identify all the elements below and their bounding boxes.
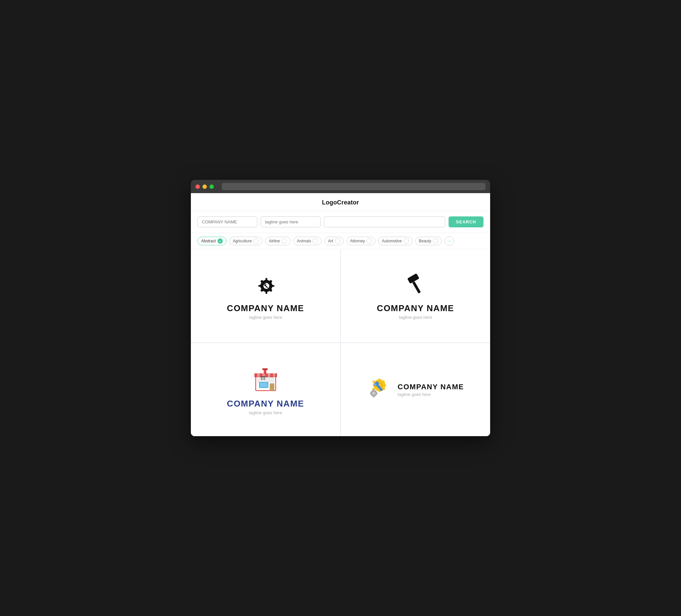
filter-attorney-label: Attorney xyxy=(350,239,365,243)
svg-rect-4 xyxy=(412,281,421,293)
logo-grid: COMPANY NAME tagline goes here COMPA xyxy=(191,249,490,436)
svg-point-2 xyxy=(264,284,266,285)
logo-4-company-name: COMPANY NAME xyxy=(398,383,464,391)
app-title: LogoCreator xyxy=(322,199,359,206)
svg-rect-40 xyxy=(370,392,372,394)
filter-art[interactable]: Art xyxy=(324,237,344,245)
svg-rect-25 xyxy=(378,379,380,381)
gear-wrench-icon xyxy=(252,272,279,299)
filter-beauty-label: Beauty xyxy=(419,239,431,243)
svg-rect-20 xyxy=(264,369,266,374)
keyword-input[interactable] xyxy=(324,216,445,227)
logo-card-4[interactable]: COMPANY NAME tagline goes here xyxy=(341,343,490,436)
logo-2-tagline: tagline goes here xyxy=(399,315,432,320)
svg-rect-38 xyxy=(373,389,375,391)
logo-1-icon xyxy=(252,272,279,299)
logo-2-company-name: COMPANY NAME xyxy=(377,303,454,313)
logo-3-icon xyxy=(252,364,279,394)
filter-abstract[interactable]: Abstract ✓ xyxy=(198,237,226,245)
filter-abstract-label: Abstract xyxy=(201,239,216,243)
close-button[interactable] xyxy=(196,184,200,189)
shop-icon xyxy=(252,364,279,394)
svg-rect-21 xyxy=(262,368,268,370)
filter-airline-label: Airline xyxy=(269,239,280,243)
address-bar[interactable] xyxy=(222,183,485,190)
maximize-button[interactable] xyxy=(209,184,214,189)
svg-rect-27 xyxy=(384,384,386,386)
logo-4-text: COMPANY NAME tagline goes here xyxy=(398,383,464,397)
filter-art-check xyxy=(335,238,340,244)
filter-art-label: Art xyxy=(328,239,333,243)
minimize-button[interactable] xyxy=(202,184,207,189)
logo-1-company-name: COMPANY NAME xyxy=(227,303,304,313)
logo-3-tagline: tagline goes here xyxy=(249,410,282,415)
tagline-input[interactable] xyxy=(261,216,321,227)
filter-beauty[interactable]: Beauty xyxy=(415,237,442,245)
color-gear-wrench-icon xyxy=(367,374,394,401)
filter-agriculture-check xyxy=(253,238,259,244)
filter-next-button[interactable]: → xyxy=(445,236,454,246)
search-button[interactable]: SEARCH xyxy=(449,216,483,227)
hammer-icon xyxy=(402,272,429,299)
filter-abstract-check: ✓ xyxy=(218,238,223,244)
app-content: LogoCreator SEARCH Abstract ✓ Agricultur… xyxy=(191,193,490,436)
logo-4-icon xyxy=(367,374,394,401)
logo-card-2[interactable]: COMPANY NAME tagline goes here xyxy=(341,249,490,342)
browser-window: LogoCreator SEARCH Abstract ✓ Agricultur… xyxy=(191,180,490,436)
filter-agriculture-label: Agriculture xyxy=(233,239,252,243)
svg-rect-39 xyxy=(373,395,375,397)
filter-automotive-check xyxy=(404,238,409,244)
filter-animals-check xyxy=(312,238,318,244)
logo-card-1[interactable]: COMPANY NAME tagline goes here xyxy=(191,249,340,342)
filter-attorney[interactable]: Attorney xyxy=(347,237,376,245)
filter-airline[interactable]: Airline xyxy=(265,237,290,245)
svg-point-37 xyxy=(372,392,375,395)
svg-point-19 xyxy=(271,387,272,388)
filter-automotive[interactable]: Automotive xyxy=(378,237,412,245)
logo-4-inline: COMPANY NAME tagline goes here xyxy=(367,374,464,405)
filter-automotive-label: Automotive xyxy=(382,239,402,243)
search-row: SEARCH xyxy=(191,211,490,233)
filter-animals-label: Animals xyxy=(297,239,311,243)
company-name-input[interactable] xyxy=(198,216,257,227)
svg-rect-41 xyxy=(376,392,377,394)
filter-animals[interactable]: Animals xyxy=(293,237,322,245)
filter-beauty-check xyxy=(433,238,438,244)
filter-row: Abstract ✓ Agriculture Airline Animals A… xyxy=(191,233,490,249)
logo-2-icon xyxy=(402,272,429,299)
svg-rect-11 xyxy=(257,376,274,383)
logo-4-tagline: tagline goes here xyxy=(398,392,464,397)
browser-titlebar xyxy=(191,180,490,193)
filter-attorney-check xyxy=(367,238,372,244)
svg-rect-17 xyxy=(260,383,268,387)
filter-agriculture[interactable]: Agriculture xyxy=(229,237,262,245)
logo-3-company-name: COMPANY NAME xyxy=(227,399,304,409)
app-header: LogoCreator xyxy=(191,193,490,211)
logo-card-3[interactable]: COMPANY NAME tagline goes here xyxy=(191,343,340,436)
logo-1-tagline: tagline goes here xyxy=(249,315,282,320)
filter-airline-check xyxy=(282,238,287,244)
